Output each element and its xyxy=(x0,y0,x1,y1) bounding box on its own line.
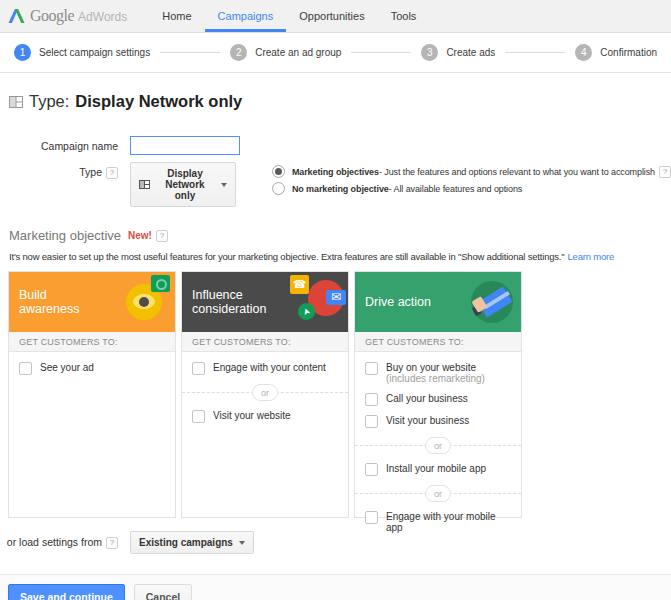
checkbox[interactable] xyxy=(19,362,32,375)
checkbox[interactable] xyxy=(365,511,378,524)
action-icon xyxy=(461,272,521,332)
type-dropdown-label: Display Network only xyxy=(155,168,215,201)
awareness-icon xyxy=(115,272,175,332)
card-title: Build awareness xyxy=(9,288,107,317)
card-subheader: GET CUSTOMERS TO: xyxy=(355,332,521,352)
display-network-icon xyxy=(9,96,23,108)
nav-item-home[interactable]: Home xyxy=(149,0,204,32)
card-header: Influence consideration☎✉➤ xyxy=(182,272,348,332)
learn-more-link[interactable]: Learn more xyxy=(567,251,614,262)
phone-icon: ☎ xyxy=(290,275,309,294)
help-icon[interactable]: ? xyxy=(106,537,118,549)
card-body: Engage with your contentorVisit your web… xyxy=(182,352,348,517)
or-pill: or xyxy=(425,485,451,502)
title-prefix: Type: xyxy=(29,92,69,111)
step-3[interactable]: 3Create ads xyxy=(421,44,495,61)
radio-label-bold: No marketing objective xyxy=(292,184,389,194)
card-header: Drive action xyxy=(355,272,521,332)
step-4[interactable]: 4Confirmation xyxy=(575,44,657,61)
objective-option-row[interactable]: Visit your business xyxy=(365,415,511,428)
objective-description: It's now easier to set up the most usefu… xyxy=(9,251,671,262)
step-label: Confirmation xyxy=(600,47,657,58)
objective-card-1: Build awarenessGET CUSTOMERS TO:See your… xyxy=(8,271,176,518)
objective-option-row[interactable]: Buy on your website (includes remarketin… xyxy=(365,362,511,384)
card-title: Drive action xyxy=(355,295,431,309)
checkbox[interactable] xyxy=(192,410,205,423)
help-icon[interactable]: ? xyxy=(106,167,118,179)
step-label: Create an ad group xyxy=(255,47,341,58)
checkbox[interactable] xyxy=(365,393,378,406)
checkbox[interactable] xyxy=(192,362,205,375)
mail-icon: ✉ xyxy=(326,290,346,305)
step-number-badge: 4 xyxy=(575,44,592,61)
or-divider: or xyxy=(355,485,521,502)
objective-option-row[interactable]: Install your mobile app xyxy=(365,463,511,476)
type-row: Type? Display Network only Marketing obj… xyxy=(0,162,671,207)
option-note: (includes remarketing) xyxy=(386,373,485,384)
chevron-down-icon xyxy=(221,183,227,187)
objective-option-row[interactable]: See your ad xyxy=(19,362,165,375)
type-label: Type? xyxy=(0,162,130,179)
step-2[interactable]: 2Create an ad group xyxy=(230,44,341,61)
objective-card-2: Influence consideration☎✉➤GET CUSTOMERS … xyxy=(181,271,349,518)
checkbox[interactable] xyxy=(365,463,378,476)
brand-google: Google xyxy=(30,7,74,25)
step-connector xyxy=(160,52,220,53)
step-number-badge: 2 xyxy=(230,44,247,61)
radio-marketing-objectives[interactable]: Marketing objectives - Just the features… xyxy=(272,165,671,178)
checkbox[interactable] xyxy=(365,362,378,375)
nav-item-opportunities[interactable]: Opportunities xyxy=(286,0,377,32)
card-subheader: GET CUSTOMERS TO: xyxy=(9,332,175,352)
card-body: Buy on your website (includes remarketin… xyxy=(355,352,521,542)
help-icon[interactable]: ? xyxy=(156,230,168,242)
new-badge: New! xyxy=(128,230,152,241)
or-pill: or xyxy=(252,384,278,401)
option-label: Engage with your content xyxy=(213,362,326,373)
type-dropdown[interactable]: Display Network only xyxy=(130,162,236,207)
save-and-continue-button[interactable]: Save and continue xyxy=(8,584,125,600)
campaign-name-input[interactable] xyxy=(130,136,240,155)
brand-adwords: AdWords xyxy=(78,8,127,24)
load-settings-row: or load settings from? Existing campaign… xyxy=(0,531,671,554)
footer-bar: Save and continue Cancel xyxy=(0,574,671,600)
cancel-button[interactable]: Cancel xyxy=(134,584,192,600)
top-nav: Google AdWords HomeCampaignsOpportunitie… xyxy=(0,0,671,33)
camera-tag-icon xyxy=(151,275,170,292)
campaign-name-row: Campaign name xyxy=(0,136,671,155)
card-header: Build awareness xyxy=(9,272,175,332)
brand[interactable]: Google AdWords xyxy=(8,0,127,32)
load-settings-label: or load settings from? xyxy=(0,536,130,549)
or-pill: or xyxy=(425,437,451,454)
main-nav: HomeCampaignsOpportunitiesTools xyxy=(149,0,429,32)
nav-item-tools[interactable]: Tools xyxy=(378,0,430,32)
option-label: Buy on your website (includes remarketin… xyxy=(386,362,511,384)
step-connector xyxy=(351,52,411,53)
objective-description-text: It's now easier to set up the most usefu… xyxy=(9,251,564,262)
card-title: Influence consideration xyxy=(182,288,280,317)
chevron-down-icon xyxy=(239,541,245,545)
objective-radio-group: Marketing objectives - Just the features… xyxy=(272,162,671,195)
step-label: Create ads xyxy=(446,47,495,58)
consideration-icon: ☎✉➤ xyxy=(288,272,348,332)
step-1[interactable]: 1Select campaign settings xyxy=(14,44,150,61)
cursor-icon: ➤ xyxy=(298,303,315,320)
nav-item-campaigns[interactable]: Campaigns xyxy=(205,0,287,32)
radio-label-rest: - All available features and options xyxy=(389,184,523,194)
option-label: Engage with your mobile app xyxy=(386,511,511,533)
checkbox[interactable] xyxy=(365,415,378,428)
step-label: Select campaign settings xyxy=(39,47,150,58)
radio-selected-icon[interactable] xyxy=(272,165,285,178)
card-subheader: GET CUSTOMERS TO: xyxy=(182,332,348,352)
option-label: Visit your website xyxy=(213,410,291,421)
objective-option-row[interactable]: Engage with your content xyxy=(192,362,338,375)
objective-option-row[interactable]: Visit your website xyxy=(192,410,338,423)
option-label: Install your mobile app xyxy=(386,463,486,474)
objective-option-row[interactable]: Engage with your mobile app xyxy=(365,511,511,533)
help-icon[interactable]: ? xyxy=(659,166,671,178)
campaign-name-label: Campaign name xyxy=(0,136,130,152)
radio-no-marketing-objective[interactable]: No marketing objective - All available f… xyxy=(272,182,671,195)
progress-steps: 1Select campaign settings2Create an ad g… xyxy=(0,33,671,73)
objective-option-row[interactable]: Call your business xyxy=(365,393,511,406)
radio-icon[interactable] xyxy=(272,182,285,195)
existing-campaigns-dropdown[interactable]: Existing campaigns xyxy=(130,531,254,554)
